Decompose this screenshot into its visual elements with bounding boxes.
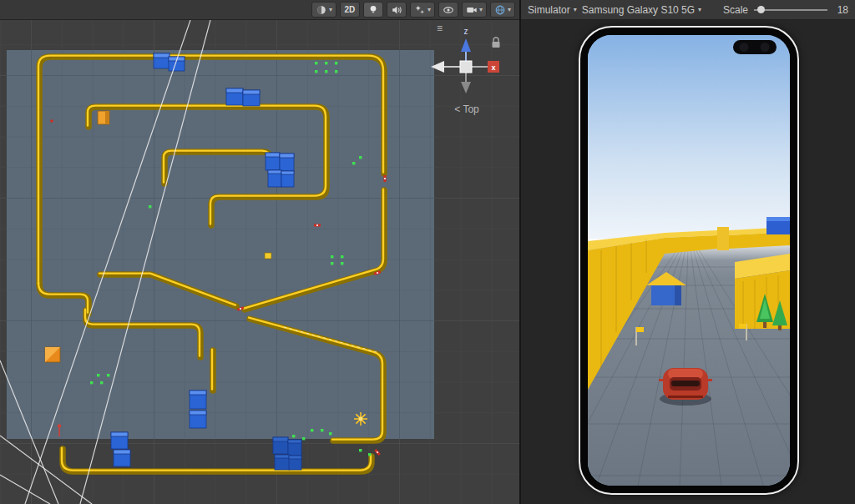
gizmo-z-axis[interactable] bbox=[461, 38, 471, 52]
orange-crate[interactable] bbox=[98, 111, 109, 124]
scale-slider[interactable] bbox=[754, 5, 827, 15]
mode-2d-button[interactable]: 2D bbox=[340, 2, 360, 18]
sky bbox=[588, 35, 790, 245]
gizmo-center[interactable] bbox=[460, 61, 472, 73]
gizmo-globe-icon bbox=[494, 4, 506, 16]
scale-label: Scale bbox=[723, 4, 748, 16]
audio-icon bbox=[391, 4, 402, 16]
gizmo-down-axis[interactable] bbox=[461, 82, 471, 93]
shading-mode-button[interactable]: ▾ bbox=[311, 2, 336, 18]
chevron-down-icon: ▾ bbox=[479, 7, 483, 13]
gizmo-left-axis[interactable] bbox=[431, 61, 444, 73]
scale-value: 18 bbox=[833, 4, 848, 16]
shaded-sphere-icon bbox=[316, 4, 327, 16]
crate[interactable] bbox=[268, 170, 281, 187]
eye-icon bbox=[443, 4, 454, 16]
crate[interactable] bbox=[281, 171, 294, 187]
chevron-down-icon: ▾ bbox=[508, 7, 511, 13]
player-car bbox=[659, 368, 712, 406]
padlock-icon bbox=[493, 38, 498, 42]
simulator-toolbar: Simulator ▾ Samsung Galaxy S10 5G ▾ Scal… bbox=[521, 0, 855, 20]
crate[interactable] bbox=[154, 53, 169, 68]
chevron-down-icon: ▾ bbox=[698, 7, 701, 13]
chevron-down-icon: ▾ bbox=[329, 7, 332, 13]
gizmos-menu-button[interactable]: ▾ bbox=[490, 2, 515, 18]
phone-frame bbox=[579, 26, 799, 495]
crate[interactable] bbox=[190, 411, 206, 428]
scale-control: Scale 18 bbox=[723, 4, 848, 16]
crate[interactable] bbox=[226, 88, 243, 105]
crate[interactable] bbox=[114, 450, 130, 466]
crate[interactable] bbox=[273, 437, 288, 454]
gizmo-top-label[interactable]: < Top bbox=[421, 103, 513, 115]
simulator-pane: Simulator ▾ Samsung Galaxy S10 5G ▾ Scal… bbox=[519, 0, 855, 504]
gate-pillar bbox=[717, 227, 729, 250]
crate[interactable] bbox=[266, 153, 280, 170]
game-view bbox=[588, 35, 790, 486]
audio-toggle-button[interactable] bbox=[387, 2, 407, 18]
scene-view-pane: ▾ 2D bbox=[0, 0, 519, 504]
view-gizmo[interactable]: z x < Top bbox=[421, 25, 513, 118]
mode-2d-label: 2D bbox=[345, 5, 356, 14]
simulator-menu-dropdown[interactable]: Simulator ▾ bbox=[528, 4, 577, 16]
crate[interactable] bbox=[243, 90, 260, 106]
gizmo-x-label: x bbox=[491, 63, 495, 72]
orange-crate[interactable] bbox=[45, 347, 60, 362]
camera-icon bbox=[466, 4, 478, 16]
scene-toolbar: ▾ 2D bbox=[0, 0, 519, 20]
unity-editor-window: ▾ 2D bbox=[0, 0, 855, 504]
crate-3d bbox=[766, 217, 790, 234]
crate[interactable] bbox=[111, 432, 128, 449]
scene-viewport[interactable]: ≡ z x bbox=[0, 20, 519, 504]
camera-settings-button[interactable]: ▾ bbox=[462, 2, 487, 18]
scene-visibility-button[interactable] bbox=[438, 2, 458, 18]
crate[interactable] bbox=[289, 456, 301, 470]
crate[interactable] bbox=[288, 440, 301, 456]
slider-thumb[interactable] bbox=[757, 6, 765, 13]
lock-button[interactable] bbox=[491, 37, 501, 48]
effects-icon bbox=[414, 4, 426, 16]
slider-track[interactable] bbox=[754, 9, 827, 11]
device-selector[interactable]: Samsung Galaxy S10 5G ▾ bbox=[582, 4, 701, 16]
chevron-down-icon: ▾ bbox=[574, 7, 577, 13]
lighting-toggle-button[interactable] bbox=[363, 2, 383, 18]
crate[interactable] bbox=[275, 455, 290, 470]
effects-toggle-button[interactable]: ▾ bbox=[410, 2, 435, 18]
camera-cutout bbox=[733, 40, 777, 54]
pickup-marker[interactable] bbox=[265, 253, 271, 259]
chevron-down-icon: ▾ bbox=[428, 7, 431, 13]
crate[interactable] bbox=[280, 154, 294, 171]
crate[interactable] bbox=[190, 391, 206, 409]
phone-screen[interactable] bbox=[588, 35, 790, 486]
device-name: Samsung Galaxy S10 5G bbox=[582, 4, 695, 16]
simulator-viewport bbox=[521, 20, 855, 504]
gizmo-z-label: z bbox=[464, 27, 468, 36]
light-bulb-icon bbox=[367, 4, 379, 16]
